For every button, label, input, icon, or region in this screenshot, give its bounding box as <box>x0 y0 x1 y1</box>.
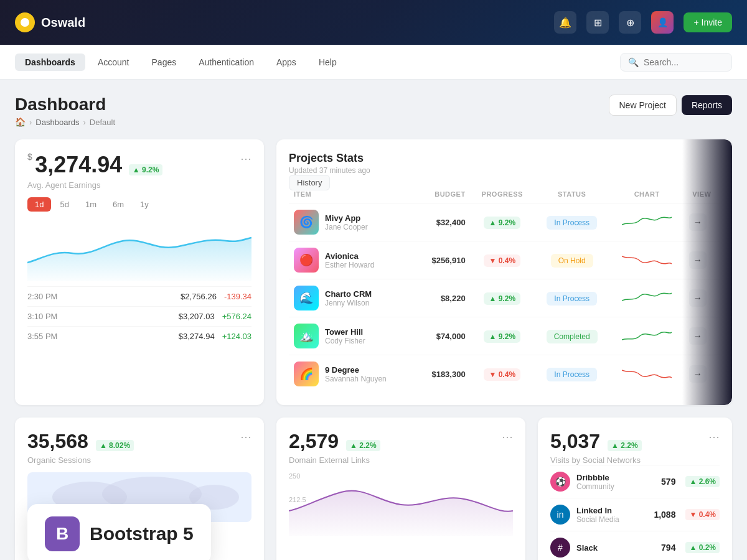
domain-links-card: ⋯ 2,579 ▲ 2.2% Domain External Links 250… <box>276 418 525 560</box>
view-button[interactable]: → <box>689 365 707 383</box>
page-title: Dashboard <box>15 95 115 114</box>
project-item: 🌈 9 Degree Savannah Nguyen <box>294 362 411 386</box>
earnings-card: ⋯ $ 3,274.94 ▲ 9.2% Avg. Agent Earnings … <box>15 139 264 405</box>
col-chart: CHART <box>610 190 684 203</box>
time-btn-1m[interactable]: 1m <box>78 197 104 212</box>
time-btn-5d[interactable]: 5d <box>52 197 76 212</box>
card-menu-icon[interactable]: ⋯ <box>708 430 720 444</box>
domain-links-chart: 250 212.5 <box>289 472 513 538</box>
linkedin-count: 1,088 <box>654 510 675 520</box>
nav-item-apps[interactable]: Apps <box>266 54 306 71</box>
col-progress: PROGRESS <box>471 190 534 203</box>
header-left: Dashboard 🏠 › Dashboards › Default <box>15 95 115 127</box>
projects-table: ITEM BUDGET PROGRESS STATUS CHART VIEW 🌀 <box>289 190 720 393</box>
dribbble-change: ▲ 2.6% <box>685 476 720 487</box>
time-btn-1y[interactable]: 1y <box>133 197 156 212</box>
nav-item-account[interactable]: Account <box>88 54 139 71</box>
card-menu-icon[interactable]: ⋯ <box>240 430 251 444</box>
search-icon: 🔍 <box>628 57 639 67</box>
projects-subtitle: Updated 37 minutes ago <box>289 166 720 175</box>
bottom-cards-grid: ⋯ 35,568 ▲ 8.02% Organic Sessions Canada… <box>15 418 732 560</box>
linkedin-change: ▼ 0.4% <box>685 509 720 520</box>
new-project-button[interactable]: New Project <box>609 95 677 116</box>
settings-icon[interactable]: ⊞ <box>586 11 609 34</box>
social-item-slack: # Slack 794 ▲ 0.2% <box>550 531 720 560</box>
view-button[interactable]: → <box>689 213 707 231</box>
header-actions: New Project Reports <box>609 95 733 116</box>
breadcrumb-dashboards: Dashboards <box>35 118 79 127</box>
breadcrumb-default: Default <box>90 118 115 127</box>
reports-button[interactable]: Reports <box>682 95 732 115</box>
social-badge: ▲ 2.2% <box>608 440 642 451</box>
search-area[interactable]: 🔍 <box>620 53 732 72</box>
mini-chart <box>622 250 672 269</box>
dollar-sign: $ <box>27 152 32 162</box>
page-header: Dashboard 🏠 › Dashboards › Default New P… <box>15 95 732 127</box>
view-button[interactable]: → <box>689 251 707 269</box>
time-filters: 1d 5d 1m 6m 1y <box>27 197 251 212</box>
bootstrap-text: Bootstrap 5 <box>90 523 194 544</box>
nav-item-help[interactable]: Help <box>309 54 347 71</box>
projects-card: Projects Stats Updated 37 minutes ago Hi… <box>276 139 732 405</box>
domain-links-number: 2,579 <box>289 430 339 453</box>
time-entry: 3:55 PM $3,274.94 +124.03 <box>27 326 251 346</box>
top-nav-icons: 🔔 ⊞ ⊕ 👤 + Invite <box>554 11 732 34</box>
invite-button[interactable]: + Invite <box>684 12 732 32</box>
social-networks-card: ⋯ 5,037 ▲ 2.2% Visits by Social Networks… <box>538 418 732 560</box>
time-btn-1d[interactable]: 1d <box>27 197 51 212</box>
table-row: 🌊 Charto CRM Jenny Wilson $8,220 ▲ 9.2% … <box>289 279 720 317</box>
project-avatar: 🌈 <box>294 362 319 386</box>
social-item-linkedin: in Linked In Social Media 1,088 ▼ 0.4% <box>550 498 720 531</box>
breadcrumb: 🏠 › Dashboards › Default <box>15 117 115 127</box>
view-button[interactable]: → <box>689 327 707 345</box>
top-navbar: Oswald 🔔 ⊞ ⊕ 👤 + Invite <box>0 0 747 45</box>
social-item-dribbble: ⚽ Dribbble Community 579 ▲ 2.6% <box>550 465 720 498</box>
project-item: 🔴 Avionica Esther Howard <box>294 248 411 273</box>
avatar[interactable]: 👤 <box>651 11 674 34</box>
projects-title: Projects Stats <box>289 152 720 165</box>
nav-item-pages[interactable]: Pages <box>142 54 187 71</box>
nav-item-dashboards[interactable]: Dashboards <box>15 54 85 71</box>
table-row: 🏔️ Tower Hill Cody Fisher $74,000 ▲ 9.2%… <box>289 317 720 355</box>
table-row: 🌈 9 Degree Savannah Nguyen $183,300 ▼ 0.… <box>289 355 720 393</box>
time-entries: 2:30 PM $2,756.26 -139.34 3:10 PM $3,207… <box>27 286 251 346</box>
linkedin-icon: in <box>550 505 570 525</box>
col-status: STATUS <box>534 190 610 203</box>
slack-icon: # <box>550 538 570 558</box>
card-menu-icon[interactable]: ⋯ <box>502 430 513 444</box>
notification-icon[interactable]: 🔔 <box>554 11 576 34</box>
col-view: VIEW <box>684 190 720 203</box>
project-avatar: 🌀 <box>294 210 319 235</box>
organic-sessions-subtitle: Organic Sessions <box>27 455 251 465</box>
table-row: 🌀 Mivy App Jane Cooper $32,400 ▲ 9.2% In… <box>289 203 720 241</box>
domain-links-badge: ▲ 2.2% <box>346 440 380 451</box>
mini-chart <box>622 288 672 307</box>
mini-chart <box>622 364 672 383</box>
share-icon[interactable]: ⊕ <box>619 11 641 34</box>
app-title: Oswald <box>41 16 85 30</box>
domain-chart-svg <box>289 474 513 536</box>
nav-item-authentication[interactable]: Authentication <box>189 54 264 71</box>
project-avatar: 🌊 <box>294 286 319 310</box>
mini-chart <box>622 326 672 345</box>
project-avatar: 🏔️ <box>294 324 319 348</box>
bootstrap-icon: B <box>45 516 80 551</box>
organic-sessions-number: 35,568 <box>27 430 88 453</box>
time-entry: 3:10 PM $3,207.03 +576.24 <box>27 306 251 326</box>
top-cards-grid: ⋯ $ 3,274.94 ▲ 9.2% Avg. Agent Earnings … <box>15 139 732 405</box>
history-button[interactable]: History <box>289 175 330 190</box>
earnings-header: ⋯ $ 3,274.94 ▲ 9.2% <box>27 152 251 178</box>
search-input[interactable] <box>644 57 724 67</box>
domain-links-subtitle: Domain External Links <box>289 455 513 465</box>
projects-card-header: Projects Stats Updated 37 minutes ago Hi… <box>289 152 720 190</box>
slack-change: ▲ 0.2% <box>685 542 720 553</box>
logo-area: Oswald <box>15 12 554 32</box>
project-avatar: 🔴 <box>294 248 319 273</box>
organic-sessions-card: ⋯ 35,568 ▲ 8.02% Organic Sessions Canada… <box>15 418 264 560</box>
time-btn-6m[interactable]: 6m <box>105 197 131 212</box>
view-button[interactable]: → <box>689 289 707 307</box>
dribbble-count: 579 <box>661 477 675 487</box>
table-row: 🔴 Avionica Esther Howard $256,910 ▼ 0.4%… <box>289 241 720 279</box>
card-menu-icon[interactable]: ⋯ <box>240 152 251 166</box>
secondary-navbar: Dashboards Account Pages Authentication … <box>0 45 747 80</box>
